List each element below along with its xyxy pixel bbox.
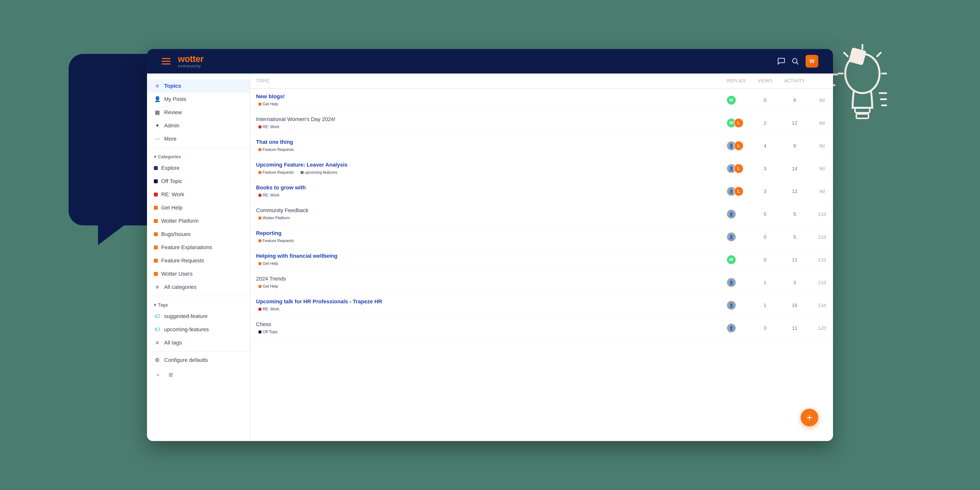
sidebar-item-more[interactable]: ⋯ More [147, 132, 250, 146]
topic-views: 5 [778, 203, 811, 226]
sidebar-item-all-categories[interactable]: ≡ All categories [147, 280, 250, 294]
topic-title-link[interactable]: Books to grow with [256, 185, 715, 191]
nav-left: wotter community [162, 54, 204, 68]
avatar: L [734, 164, 744, 173]
sidebar-item-wotter-users[interactable]: Wotter Users [147, 267, 250, 280]
topic-title-cell: 2024 TrendsGet Help [250, 271, 721, 294]
tag-label: Get Help [262, 102, 278, 106]
user-initials: W [810, 58, 815, 64]
sidebar-item-suggested-feature[interactable]: 🏷 suggested-feature [147, 310, 250, 323]
avatar: 👤 [726, 323, 736, 333]
topic-replies: 2 [752, 112, 778, 135]
sidebar-add-button[interactable]: ＋ [154, 370, 162, 380]
topic-title-link[interactable]: That one thing [256, 139, 715, 145]
topic-tags: RE: Work [256, 192, 715, 198]
sidebar-item-upcoming-features[interactable]: 🏷 upcoming-features [147, 323, 250, 336]
tag-dot [258, 216, 261, 220]
topic-avatars-cell: 👤L [721, 135, 752, 157]
sidebar-item-review[interactable]: ▦ Review [147, 106, 250, 119]
table-row: Upcoming Feature: Leaver AnalysisFeature… [250, 157, 833, 180]
sidebar-item-re-work[interactable]: RE: Work [147, 188, 250, 201]
topics-panel: Topic Replies Views Activity New blogs!G… [250, 73, 833, 441]
topic-title-link[interactable]: 2024 Trends [256, 275, 715, 282]
avatar: 👤 [726, 232, 736, 242]
tags-header: ▾ Tags [147, 298, 250, 310]
sidebar-item-configure-defaults[interactable]: ⚙ Configure defaults [147, 353, 250, 367]
topic-title-link[interactable]: Upcoming Feature: Leaver Analysis [256, 162, 715, 168]
avatar: W [726, 95, 736, 105]
col-activity: Activity [778, 73, 811, 89]
tag-dot [258, 331, 261, 333]
sidebar-item-get-help[interactable]: Get Help [147, 201, 250, 215]
topic-tag[interactable]: RE: Work [256, 124, 282, 130]
categories-header: ▾ Categories [147, 150, 250, 161]
topic-avatars-cell: 👤 [721, 294, 752, 317]
topic-tag[interactable]: RE: Work [256, 306, 282, 312]
topic-avatars-cell: 👤 [721, 317, 752, 340]
topic-tag[interactable]: Wotter Platform [256, 215, 292, 221]
avatar-stack: 👤 [726, 323, 746, 333]
sidebar-item-bugs-issues[interactable]: Bugs/Issues [147, 228, 250, 241]
chat-button[interactable] [778, 58, 785, 65]
sidebar-item-feature-requests-label: Feature Requests [161, 258, 204, 264]
topic-tag[interactable]: Off Topic [256, 329, 280, 335]
user-avatar-nav[interactable]: W [805, 55, 818, 68]
sidebar-item-admin[interactable]: ✦ Admin [147, 119, 250, 132]
topic-title-link[interactable]: Upcoming talk for HR Professionals - Tra… [256, 298, 715, 305]
sidebar-item-my-posts[interactable]: 👤 My Posts [147, 92, 250, 106]
sidebar-item-topics[interactable]: ≡ Topics [147, 80, 250, 92]
my-posts-icon: 👤 [154, 96, 161, 102]
table-row: Upcoming talk for HR Professionals - Tra… [250, 294, 833, 317]
topic-tag[interactable]: Get Help [256, 283, 280, 290]
topic-tags: Off Topic [256, 329, 715, 335]
topic-tag[interactable]: Feature Requests [256, 238, 296, 244]
sidebar-item-feature-requests[interactable]: Feature Requests [147, 254, 250, 267]
topic-views: 12 [778, 180, 811, 203]
topic-title-link[interactable]: Reporting [256, 230, 715, 236]
topic-title-link[interactable]: New blogs! [256, 93, 715, 100]
svg-rect-2 [856, 114, 869, 118]
table-row: Books to grow withRE: Work👤L3129d [250, 180, 833, 203]
sidebar-item-all-tags[interactable]: ≡ All tags [147, 336, 250, 349]
topic-title-cell: That one thingFeature Requests [250, 135, 721, 157]
sidebar-item-topics-label: Topics [164, 83, 181, 89]
sidebar: ≡ Topics 👤 My Posts ▦ Review ✦ Admin ⋯ [147, 73, 250, 441]
wotter-users-dot [154, 272, 158, 276]
topic-title-link[interactable]: Chess [256, 321, 715, 328]
topic-tag[interactable]: Feature Requests [256, 147, 296, 153]
hamburger-menu[interactable] [162, 58, 170, 64]
sidebar-item-explore[interactable]: Explore [147, 161, 250, 175]
topic-tag[interactable]: Get Help [256, 261, 280, 267]
sidebar-item-feature-explanations-label: Feature Explanations [161, 244, 212, 251]
avatar: L [734, 118, 744, 128]
topic-tag[interactable]: Get Help [256, 101, 280, 107]
sidebar-item-off-topic-label: Off Topic [161, 178, 182, 185]
col-replies: Replies [721, 73, 752, 89]
topic-title-link[interactable]: International Women's Day 2024! [256, 116, 715, 123]
topic-replies: 3 [752, 157, 778, 180]
topic-tag[interactable]: RE: Work [256, 192, 282, 198]
topic-title-link[interactable]: Helping with financial wellbeing [256, 253, 715, 259]
topic-views: 14 [778, 157, 811, 180]
sidebar-footer: ＋ ⊞ [147, 367, 250, 383]
avatar: 👤 [726, 278, 736, 287]
sidebar-item-off-topic[interactable]: Off Topic [147, 175, 250, 188]
tag-label: Get Help [262, 284, 278, 289]
topic-tag[interactable]: Feature Requests [256, 170, 296, 175]
sidebar-grid-button[interactable]: ⊞ [167, 370, 175, 380]
topic-tag[interactable]: upcoming-features [298, 170, 340, 175]
fab-new-topic[interactable]: + [801, 409, 818, 426]
topic-age: 11d [811, 226, 833, 248]
tag-dot [258, 194, 261, 197]
tag-label: Feature Requests [262, 148, 294, 152]
sidebar-item-all-categories-label: All categories [164, 284, 196, 290]
sidebar-item-more-label: More [164, 136, 177, 142]
topic-title-link[interactable]: Community Feedback [256, 207, 715, 214]
col-topic: Topic [250, 73, 721, 89]
sidebar-item-wotter-platform[interactable]: Wotter Platform [147, 215, 250, 228]
search-button[interactable] [792, 58, 799, 65]
avatar-stack: 👤 [726, 209, 746, 219]
topic-title-cell: Community FeedbackWotter Platform [250, 203, 721, 226]
sidebar-item-feature-explanations[interactable]: Feature Explanations [147, 241, 250, 254]
topic-age: 9d [811, 157, 833, 180]
